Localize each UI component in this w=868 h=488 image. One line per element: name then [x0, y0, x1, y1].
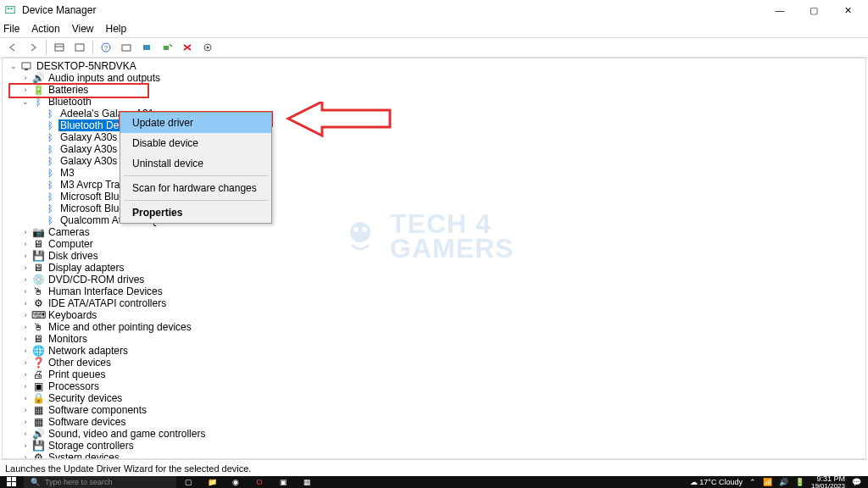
- show-hidden-button[interactable]: [50, 39, 69, 56]
- tree-category-system[interactable]: ›⚙System devices: [8, 452, 860, 459]
- expand-icon[interactable]: ›: [19, 370, 31, 379]
- expand-icon[interactable]: ›: [19, 394, 31, 402]
- ctx-uninstall-device[interactable]: Uninstall device: [120, 153, 271, 174]
- expand-icon[interactable]: ›: [19, 323, 31, 331]
- ctx-scan-hardware[interactable]: Scan for hardware changes: [120, 178, 271, 198]
- tree-category-dvd[interactable]: ›💿DVD/CD-ROM drives: [8, 274, 860, 286]
- tree-category-monitors[interactable]: ›🖥Monitors: [8, 333, 860, 345]
- expand-icon[interactable]: ›: [19, 263, 31, 272]
- clock[interactable]: 9:31 PM 19/01/2023: [811, 475, 845, 489]
- tree-category-keyboards[interactable]: ›⌨Keyboards: [8, 309, 860, 321]
- update-driver-button[interactable]: [137, 39, 156, 56]
- tree-label: System devices: [47, 452, 121, 459]
- tree-category-swdev[interactable]: ›▦Software devices: [8, 416, 860, 428]
- weather-widget[interactable]: ☁ 17°C Cloudy: [690, 478, 743, 486]
- tree-category-ide[interactable]: ›⚙IDE ATA/ATAPI controllers: [8, 297, 860, 309]
- tree-category-print[interactable]: ›🖨Print queues: [8, 369, 860, 380]
- tree-category-other[interactable]: ›❓Other devices: [8, 357, 860, 369]
- tree-category-processors[interactable]: ›▣Processors: [8, 380, 860, 392]
- cpu-icon: ▣: [31, 380, 45, 392]
- tree-label: Display adapters: [47, 262, 125, 274]
- expand-icon[interactable]: ›: [19, 74, 31, 82]
- tree-category-display[interactable]: ›🖥Display adapters: [8, 262, 860, 274]
- tree-label: Mice and other pointing devices: [47, 321, 193, 333]
- tree-category-storage[interactable]: ›💾Storage controllers: [8, 440, 860, 452]
- menu-help[interactable]: Help: [106, 23, 127, 35]
- enable-button[interactable]: [198, 39, 217, 56]
- tree-category-security[interactable]: ›🔒Security devices: [8, 392, 860, 404]
- expand-icon[interactable]: ›: [19, 86, 31, 94]
- uninstall-button[interactable]: [158, 39, 176, 56]
- expand-icon[interactable]: ⌄: [19, 97, 31, 106]
- disable-button[interactable]: [178, 39, 197, 56]
- search-box[interactable]: 🔍 Type here to search: [24, 476, 176, 488]
- tray-chevron-icon[interactable]: ⌃: [749, 478, 756, 486]
- tree-category-hid[interactable]: ›🖱Human Interface Devices: [8, 286, 860, 297]
- opera-icon[interactable]: O: [248, 476, 271, 488]
- taskview-icon[interactable]: ▢: [176, 476, 200, 488]
- notifications-icon[interactable]: 💬: [852, 478, 861, 486]
- tray-battery-icon[interactable]: 🔋: [795, 478, 804, 486]
- expand-icon[interactable]: ›: [19, 418, 31, 426]
- taskbar: 🔍 Type here to search ▢ 📁 ◉ O ▣ ▦ ☁ 17°C…: [0, 476, 868, 488]
- forward-button[interactable]: [24, 39, 42, 56]
- toolbar-separator: [46, 40, 47, 55]
- expand-icon[interactable]: ›: [19, 240, 31, 248]
- ctx-disable-device[interactable]: Disable device: [120, 133, 271, 153]
- tree-category-disk[interactable]: ›💾Disk drives: [8, 250, 860, 262]
- close-button[interactable]: ✕: [831, 0, 865, 20]
- sound-icon: 🔊: [31, 428, 45, 440]
- tree-category-network[interactable]: ›🌐Network adapters: [8, 345, 860, 357]
- scan-button[interactable]: [117, 39, 136, 56]
- expand-icon[interactable]: ›: [19, 358, 31, 367]
- expand-icon[interactable]: ›: [19, 441, 31, 450]
- tree-label: Storage controllers: [47, 440, 136, 452]
- expand-icon[interactable]: ›: [19, 252, 31, 260]
- tree-category-bluetooth[interactable]: ⌄ ᛒ Bluetooth: [8, 96, 860, 108]
- back-button[interactable]: [3, 39, 22, 56]
- tray-wifi-icon[interactable]: 📶: [763, 478, 772, 486]
- minimize-button[interactable]: —: [763, 0, 797, 20]
- explorer-icon[interactable]: 📁: [200, 476, 224, 488]
- expand-icon[interactable]: ›: [19, 335, 31, 343]
- chrome-icon[interactable]: ◉: [224, 476, 248, 488]
- start-button[interactable]: [0, 476, 24, 488]
- svg-rect-21: [12, 482, 16, 486]
- expand-icon[interactable]: ›: [19, 228, 31, 236]
- ctx-properties[interactable]: Properties: [120, 202, 271, 223]
- menu-file[interactable]: File: [3, 23, 19, 35]
- tree-label: Software devices: [47, 416, 127, 428]
- tree-category-mice[interactable]: ›🖱Mice and other pointing devices: [8, 321, 860, 333]
- svg-rect-9: [143, 45, 150, 50]
- expand-icon[interactable]: ›: [19, 453, 31, 459]
- expand-icon[interactable]: ›: [19, 275, 31, 284]
- menu-action[interactable]: Action: [31, 23, 59, 35]
- bluetooth-icon: ᛒ: [43, 191, 57, 202]
- app-icon[interactable]: ▣: [271, 476, 295, 488]
- tree-category-swcomp[interactable]: ›▦Software components: [8, 404, 860, 416]
- maximize-button[interactable]: ▢: [797, 0, 831, 20]
- expand-icon[interactable]: ⌄: [8, 62, 19, 70]
- tray-volume-icon[interactable]: 🔊: [779, 478, 788, 486]
- tree-category-cameras[interactable]: ›📷Cameras: [8, 226, 860, 238]
- tree-root-node[interactable]: ⌄ DESKTOP-5NRDVKA: [8, 60, 860, 72]
- expand-icon[interactable]: ›: [19, 406, 31, 414]
- ctx-update-driver[interactable]: Update driver: [120, 113, 271, 133]
- expand-icon[interactable]: ›: [19, 299, 31, 308]
- tree-category-audio[interactable]: › 🔊 Audio inputs and outputs: [8, 72, 860, 84]
- app-icon[interactable]: ▦: [295, 476, 319, 488]
- tree-label: Security devices: [47, 392, 124, 404]
- expand-icon[interactable]: ›: [19, 382, 31, 391]
- help-button[interactable]: ?: [97, 39, 115, 56]
- expand-icon[interactable]: ›: [19, 311, 31, 319]
- expand-icon[interactable]: ›: [19, 287, 31, 296]
- security-icon: 🔒: [31, 392, 45, 404]
- menu-view[interactable]: View: [72, 23, 94, 35]
- properties-button[interactable]: [70, 39, 89, 56]
- expand-icon[interactable]: ›: [19, 347, 31, 355]
- tree-label: Batteries: [47, 84, 90, 96]
- tree-category-sound[interactable]: ›🔊Sound, video and game controllers: [8, 428, 860, 440]
- tree-category-computer[interactable]: ›🖥Computer: [8, 238, 860, 250]
- expand-icon[interactable]: ›: [19, 430, 31, 438]
- tree-category-batteries[interactable]: › 🔋 Batteries: [8, 84, 860, 96]
